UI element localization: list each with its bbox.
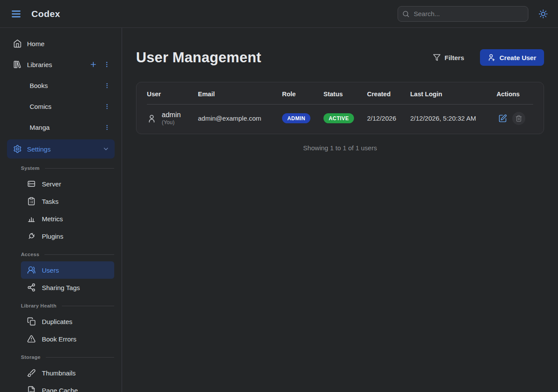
funnel-icon: [433, 54, 441, 61]
plug-icon: [27, 232, 36, 240]
manga-kebab-icon[interactable]: [103, 123, 111, 132]
col-header-user: User: [147, 82, 198, 105]
role-badge: ADMIN: [282, 113, 310, 123]
home-icon: [13, 39, 22, 48]
col-header-status: Status: [323, 82, 367, 105]
sidebar-item-label: Duplicates: [42, 318, 72, 325]
sidebar-item-label: Metrics: [42, 215, 63, 223]
sidebar-section-access: Access: [21, 250, 114, 259]
clipboard-icon: [27, 197, 36, 206]
section-title: Library Health: [21, 303, 57, 308]
sidebar-item-thumbnails[interactable]: Thumbnails: [0, 364, 122, 382]
sun-icon[interactable]: [537, 8, 549, 20]
col-header-last-login: Last Login: [410, 82, 497, 105]
search-icon: [402, 10, 410, 18]
sidebar-item-label: Tasks: [42, 198, 58, 205]
sidebar-item-book-errors[interactable]: Book Errors: [0, 330, 122, 348]
sidebar-item-duplicates[interactable]: Duplicates: [0, 313, 122, 330]
sidebar-item-label: Book Errors: [42, 335, 76, 343]
bar-chart-icon: [27, 214, 36, 223]
sidebar-section-storage: Storage: [21, 353, 114, 362]
created-date: 2/12/2026: [367, 115, 396, 122]
sidebar-item-plugins[interactable]: Plugins: [0, 227, 122, 245]
chevron-down-icon: [102, 145, 109, 152]
page-title: User Management: [136, 49, 261, 66]
section-title: System: [21, 166, 40, 171]
edit-user-button[interactable]: [497, 112, 509, 125]
sidebar-item-label: Users: [42, 267, 59, 274]
sidebar-item-label: Manga: [30, 124, 50, 131]
sidebar-item-label: Libraries: [27, 61, 52, 68]
comics-kebab-icon[interactable]: [103, 102, 111, 111]
trash-icon: [515, 115, 522, 122]
filters-button[interactable]: Filters: [433, 54, 464, 61]
top-bar: Codex: [0, 0, 558, 28]
search-container: [398, 6, 528, 22]
edit-icon: [498, 114, 507, 123]
users-table-card: User Email Role Status Created Last Logi…: [136, 82, 544, 134]
sidebar-item-label: Home: [27, 40, 44, 47]
sidebar-item-sharing-tags[interactable]: Sharing Tags: [0, 279, 122, 296]
menu-icon[interactable]: [9, 7, 24, 21]
search-input[interactable]: [398, 6, 528, 22]
sidebar-item-libraries[interactable]: Libraries: [0, 54, 122, 75]
users-table: User Email Role Status Created Last Logi…: [147, 82, 533, 134]
sidebar-item-page-cache[interactable]: PDF Page Cache: [0, 382, 122, 392]
sidebar-item-settings[interactable]: Settings: [7, 139, 115, 159]
sidebar-item-tasks[interactable]: Tasks: [0, 193, 122, 210]
alert-triangle-icon: [27, 335, 36, 343]
user-email: admin@example.com: [198, 115, 261, 122]
last-login-date: 2/12/2026, 5:20:32 AM: [410, 115, 476, 122]
pdf-file-icon: PDF: [27, 386, 36, 392]
filters-label: Filters: [445, 54, 464, 61]
sidebar-item-books[interactable]: Books: [0, 75, 122, 96]
sidebar-section-library-health: Library Health: [21, 301, 114, 310]
share-icon: [27, 283, 36, 292]
table-row: admin (You) admin@example.com ADMIN ACTI…: [147, 105, 533, 134]
col-header-actions: Actions: [497, 82, 533, 105]
users-icon: [27, 266, 36, 274]
pagination-summary: Showing 1 to 1 of 1 users: [136, 144, 544, 152]
sidebar-item-label: Thumbnails: [42, 369, 76, 377]
sidebar-item-label: Plugins: [42, 233, 63, 240]
app-title: Codex: [31, 9, 60, 19]
sidebar-item-label: Comics: [30, 103, 51, 110]
sidebar-item-label: Books: [30, 82, 48, 89]
user-plus-icon: [488, 54, 496, 61]
col-header-created: Created: [367, 82, 410, 105]
library-icon: [13, 60, 22, 69]
create-user-label: Create User: [500, 54, 536, 61]
sidebar-item-label: Page Cache: [42, 387, 78, 392]
libraries-kebab-icon[interactable]: [102, 60, 111, 69]
table-header-row: User Email Role Status Created Last Logi…: [147, 82, 533, 105]
sidebar-item-server[interactable]: Server: [0, 175, 122, 193]
add-library-plus-icon[interactable]: [88, 60, 98, 69]
gear-icon: [13, 145, 22, 153]
sidebar-item-label: Server: [42, 180, 61, 188]
sidebar-section-system: System: [21, 164, 114, 172]
col-header-email: Email: [198, 82, 282, 105]
sidebar-item-comics[interactable]: Comics: [0, 96, 122, 117]
delete-user-button[interactable]: [512, 112, 525, 125]
username: admin: [162, 111, 181, 119]
col-header-role: Role: [282, 82, 323, 105]
create-user-button[interactable]: Create User: [480, 49, 544, 66]
sidebar: Home Libraries Books Comics: [0, 28, 122, 392]
sidebar-item-label: Settings: [27, 145, 51, 153]
section-title: Storage: [21, 355, 41, 360]
server-icon: [27, 179, 36, 188]
status-badge: ACTIVE: [323, 113, 354, 123]
books-kebab-icon[interactable]: [103, 81, 111, 90]
main-content: User Management Filters Create User: [122, 28, 558, 392]
section-title: Access: [21, 252, 39, 257]
sidebar-item-label: Sharing Tags: [42, 284, 80, 291]
sidebar-item-manga[interactable]: Manga: [0, 117, 122, 138]
sidebar-item-metrics[interactable]: Metrics: [0, 210, 122, 227]
copy-icon: [27, 317, 36, 326]
sidebar-item-home[interactable]: Home: [0, 33, 122, 54]
user-avatar-icon: [147, 114, 157, 123]
username-note: (You): [162, 119, 181, 126]
brush-icon: [27, 368, 36, 377]
sidebar-item-users[interactable]: Users: [21, 261, 114, 279]
